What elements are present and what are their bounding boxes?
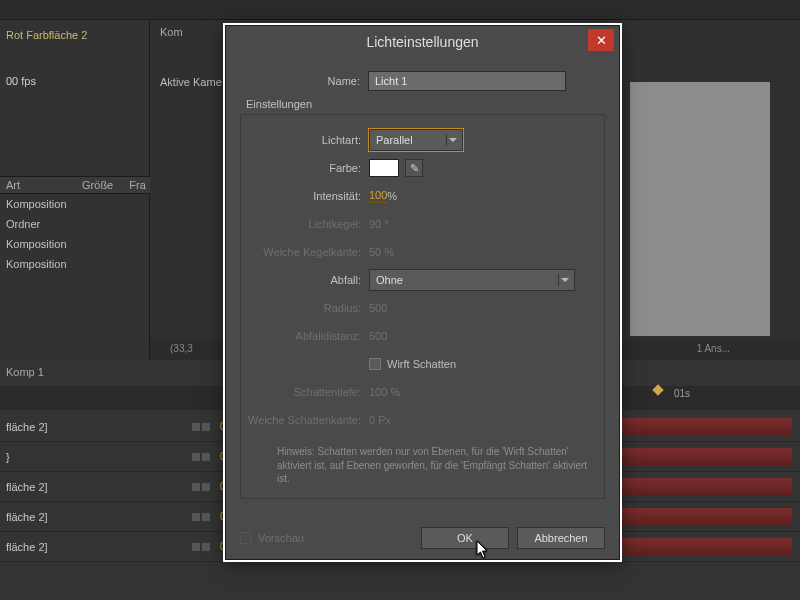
farbe-label: Farbe:: [241, 162, 369, 174]
abfall-label: Abfall:: [241, 274, 369, 286]
col-groesse[interactable]: Größe: [76, 177, 119, 193]
vorschau-checkbox-group: Vorschau: [240, 532, 304, 544]
project-rows: Komposition Ordner Komposition Kompositi…: [0, 194, 150, 274]
cancel-button[interactable]: Abbrechen: [517, 527, 605, 549]
radius-label: Radius:: [241, 302, 369, 314]
layer-switches[interactable]: [190, 543, 220, 551]
name-input[interactable]: [368, 71, 566, 91]
abfall-value: Ohne: [376, 274, 403, 286]
abfall-select[interactable]: Ohne: [369, 269, 575, 291]
layer-switches[interactable]: [190, 423, 220, 431]
project-column-header: Art Größe Fra: [0, 176, 150, 194]
col-art[interactable]: Art: [0, 177, 26, 193]
kegelkante-value: 50 %: [369, 246, 394, 258]
intensitaet-value[interactable]: 100: [369, 189, 387, 203]
eyedropper-button[interactable]: ✎: [405, 159, 423, 177]
app-menubar: [0, 0, 800, 20]
radius-value: 500: [369, 302, 387, 314]
intensitaet-unit: %: [387, 190, 397, 202]
close-button[interactable]: ✕: [588, 29, 614, 51]
schattentiefe-value: 100 %: [369, 386, 400, 398]
layer-name[interactable]: fläche 2]: [0, 481, 190, 493]
lichtkegel-value: 90 °: [369, 218, 389, 230]
layer-name[interactable]: fläche 2]: [0, 421, 190, 433]
project-row[interactable]: Komposition: [0, 234, 150, 254]
project-item[interactable]: Rot Farbfläche 2: [0, 26, 149, 44]
project-row[interactable]: Ordner: [0, 214, 150, 234]
dialog-titlebar[interactable]: Lichteinstellungen ✕: [226, 26, 619, 58]
layer-switches[interactable]: [190, 513, 220, 521]
schattentiefe-label: Schattentiefe:: [241, 386, 369, 398]
wirft-schatten-label: Wirft Schatten: [387, 358, 456, 370]
layer-name[interactable]: fläche 2]: [0, 511, 190, 523]
vorschau-label: Vorschau: [258, 532, 304, 544]
layer-name[interactable]: }: [0, 451, 190, 463]
project-fps: 00 fps: [0, 72, 149, 90]
project-row[interactable]: Komposition: [0, 194, 150, 214]
project-row[interactable]: Komposition: [0, 254, 150, 274]
shadow-hint-text: Hinweis: Schatten werden nur von Ebenen,…: [241, 437, 598, 490]
wirft-schatten-checkbox[interactable]: [369, 358, 381, 370]
layer-switches[interactable]: [190, 453, 220, 461]
zoom-value[interactable]: (33,3: [170, 343, 193, 354]
chevron-down-icon: [446, 134, 458, 146]
lightart-select[interactable]: Parallel: [369, 129, 463, 151]
eyedropper-icon: ✎: [410, 162, 419, 175]
col-fr[interactable]: Fra: [123, 177, 152, 193]
schattenkante-value: 0 Px: [369, 414, 391, 426]
comp-preview[interactable]: [630, 82, 770, 336]
vorschau-checkbox: [240, 532, 252, 544]
ok-button[interactable]: OK: [421, 527, 509, 549]
time-ruler[interactable]: 01s: [620, 388, 794, 408]
name-label: Name:: [240, 75, 368, 87]
abfalldistanz-label: Abfalldistanz:: [241, 330, 369, 342]
lightart-label: Lichtart:: [241, 134, 369, 146]
dialog-title: Lichteinstellungen: [366, 34, 478, 50]
intensitaet-label: Intensität:: [241, 190, 369, 202]
lichtkegel-label: Lichtkegel:: [241, 218, 369, 230]
schattenkante-label: Weiche Schattenkante:: [241, 414, 369, 426]
active-camera-label: Aktive Kame: [160, 76, 222, 88]
timeline-tab[interactable]: Komp 1: [6, 366, 44, 378]
chevron-down-icon: [558, 274, 570, 286]
kegelkante-label: Weiche Kegelkante:: [241, 246, 369, 258]
abfalldistanz-value: 500: [369, 330, 387, 342]
views-dropdown[interactable]: 1 Ans...: [697, 343, 730, 354]
time-tick: 01s: [674, 388, 690, 399]
layer-name[interactable]: fläche 2]: [0, 541, 190, 553]
settings-legend: Einstellungen: [246, 98, 605, 110]
comp-tab[interactable]: Kom: [160, 26, 183, 38]
layer-switches[interactable]: [190, 483, 220, 491]
close-icon: ✕: [596, 33, 607, 48]
light-settings-dialog: Lichteinstellungen ✕ Name: Einstellungen…: [225, 25, 620, 560]
color-swatch[interactable]: [369, 159, 399, 177]
lightart-value: Parallel: [376, 134, 413, 146]
